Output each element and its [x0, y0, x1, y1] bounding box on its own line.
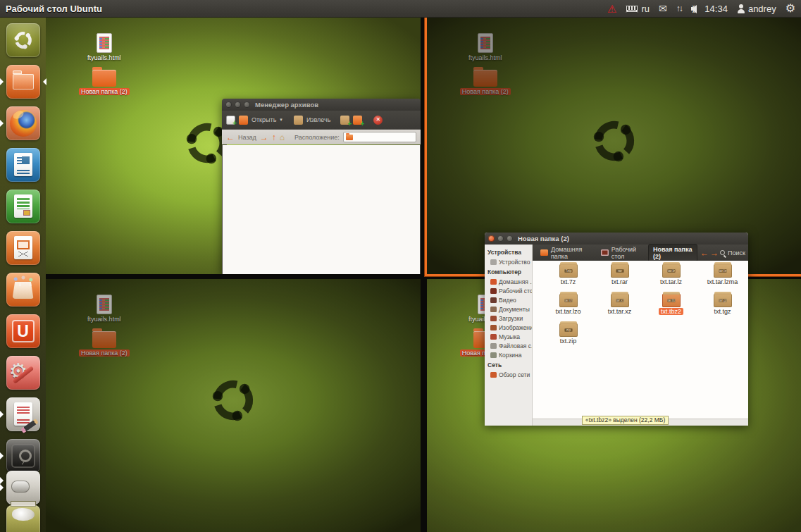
minimize-button[interactable]	[497, 235, 504, 242]
archive-file[interactable]: tar.lztxt.tar.lz	[645, 264, 697, 294]
sidebar-item[interactable]: Загрузки	[485, 314, 532, 323]
back-arrow-icon[interactable]: ←	[226, 133, 235, 142]
home-icon[interactable]: ⌂	[280, 133, 285, 142]
forward-arrow-icon[interactable]: →	[260, 133, 268, 142]
indicator-area: ⚠ ru ✉ ↑↓ )) 14:34 andrey ⚙	[607, 3, 795, 14]
archive-file[interactable]: tar.bz2txt.tbz2	[645, 294, 697, 323]
ubuntu-logo	[588, 114, 641, 168]
sidebar-item[interactable]: Рабочий стол	[485, 286, 532, 295]
folder-icon[interactable]	[473, 70, 497, 87]
back-button[interactable]: Назад	[238, 134, 256, 141]
html-file-icon[interactable]	[97, 33, 112, 53]
folder-icon[interactable]	[92, 70, 116, 87]
archive-file[interactable]: tar.xztxt.tar.xz	[594, 294, 645, 323]
sidebar-item[interactable]: Корзина	[485, 350, 532, 359]
breadcrumb-button[interactable]: Рабочий стол	[596, 244, 647, 262]
keyboard-indicator[interactable]: ru	[626, 4, 650, 14]
forward-arrow-icon[interactable]: →	[710, 249, 719, 257]
files-icon[interactable]	[6, 65, 40, 99]
sidebar-item[interactable]: Музыка	[485, 332, 532, 341]
archive-file[interactable]: rartxt.rar	[594, 264, 645, 294]
user-menu[interactable]: andrey	[737, 4, 776, 14]
libreoffice-calc-icon[interactable]	[6, 190, 40, 223]
trash-icon[interactable]	[6, 505, 40, 532]
sidebar-item[interactable]: Файловая с...	[485, 341, 532, 350]
open-button[interactable]: Открыть	[252, 116, 276, 123]
archive-toolbar: Открыть ▾ Извлечь	[222, 111, 421, 129]
archive-content[interactable]	[222, 145, 421, 274]
speaker-icon	[691, 4, 698, 13]
open-archive-icon[interactable]	[239, 116, 248, 125]
desktop-expo-view: Рабочий стол Ubuntu ⚠ ru ✉ ↑↓ )) 14:34 a…	[0, 0, 801, 532]
add-files-icon[interactable]	[340, 116, 349, 125]
sidebar-item[interactable]: Видео	[485, 295, 532, 304]
archive-file[interactable]: tar.gztxt.tgz	[697, 294, 748, 323]
archive-file[interactable]: tar.lzmatxt.tar.lzma	[697, 264, 748, 294]
workspace-top-left[interactable]: ftyuails.html Новая папка (2) Менеджер а…	[46, 18, 421, 274]
archive-box-icon: rar	[611, 264, 629, 278]
file-manager-window[interactable]: Новая папка (2) УстройстваУстройство ...…	[485, 233, 748, 426]
archive-manager-window[interactable]: Менеджер архивов Открыть ▾ Извлечь ← Наз…	[222, 99, 421, 274]
selection-status: «txt.tbz2» выделен (22,2 МБ)	[582, 416, 669, 425]
clock[interactable]: 14:34	[704, 4, 728, 14]
breadcrumb-current[interactable]: Новая папка (2)	[648, 244, 697, 262]
videos-icon	[490, 297, 497, 303]
close-button[interactable]	[225, 101, 232, 108]
add-folder-icon[interactable]	[353, 116, 362, 125]
sidebar-item[interactable]: Изображения	[485, 323, 532, 332]
libreoffice-impress-icon[interactable]	[6, 231, 40, 265]
pictures-icon	[490, 325, 497, 330]
archive-box-icon: tar.gz	[714, 294, 732, 307]
breadcrumb-button[interactable]: Домашняя папка	[535, 244, 595, 262]
archive-file[interactable]: ziptxt.zip	[542, 323, 594, 353]
archive-file[interactable]: 7ziptxt.7z	[542, 264, 594, 294]
gear-icon[interactable]: ⚙	[786, 3, 795, 14]
archive-box-icon: zip	[559, 323, 578, 337]
search-label[interactable]: Поиск	[728, 249, 745, 256]
extract-button[interactable]: Извлечь	[306, 116, 331, 123]
sidebar-section-header: Устройства	[485, 247, 532, 257]
location-input[interactable]	[343, 132, 416, 142]
maximize-button[interactable]	[507, 235, 513, 242]
music-icon	[490, 334, 497, 340]
desktop-icons: ftyuails.html Новая папка (2)	[80, 33, 129, 95]
desktop-screen-icon	[601, 249, 609, 256]
folder-icon[interactable]	[92, 331, 116, 348]
libreoffice-writer-icon[interactable]	[6, 148, 40, 182]
volume-indicator[interactable]: ))	[691, 4, 696, 13]
updown-arrows-icon[interactable]: ↑↓	[676, 4, 682, 13]
system-settings-icon[interactable]: ⚙	[6, 356, 40, 390]
file-grid: 7ziptxt.7zrartxt.rartar.lztxt.tar.lztar.…	[533, 261, 748, 419]
backup-safe-icon[interactable]	[6, 439, 40, 473]
sidebar-item[interactable]: Документы	[485, 304, 532, 314]
documents-icon	[490, 307, 497, 312]
sidebar-item[interactable]: Устройство ...	[485, 257, 532, 266]
new-archive-icon[interactable]	[226, 116, 235, 125]
paint-roller-icon[interactable]	[6, 471, 40, 505]
up-arrow-icon[interactable]: ↑	[272, 133, 276, 142]
breadcrumb-bar: Домашняя папкаРабочий столНовая папка (2…	[533, 245, 748, 261]
chevron-down-icon[interactable]: ▾	[280, 117, 282, 123]
ubuntu-dash-icon[interactable]	[6, 23, 40, 57]
desktop-icon	[490, 288, 497, 294]
sidebar-item[interactable]: Домашняя ...	[485, 277, 532, 286]
html-file-icon[interactable]	[97, 295, 112, 314]
ubuntu-one-icon[interactable]: U	[6, 314, 40, 348]
places-sidebar: УстройстваУстройство ...КомпьютерДомашня…	[485, 245, 533, 426]
close-button[interactable]	[488, 235, 495, 242]
html-file-icon[interactable]	[478, 33, 493, 53]
warning-triangle-icon[interactable]: ⚠	[607, 4, 616, 14]
envelope-icon[interactable]: ✉	[659, 3, 667, 14]
maximize-button[interactable]	[244, 101, 250, 108]
back-arrow-icon[interactable]: ←	[700, 249, 709, 257]
extract-icon[interactable]	[294, 116, 303, 125]
archive-file[interactable]: tar.lzotxt.tar.lzo	[542, 294, 594, 323]
firefox-icon[interactable]	[6, 106, 40, 140]
software-center-icon[interactable]	[6, 273, 40, 307]
workspace-bottom-left[interactable]: ftyuails.html Новая папка (2)	[46, 279, 421, 532]
minimize-button[interactable]	[235, 101, 241, 108]
text-editor-icon[interactable]	[6, 397, 40, 431]
search-icon[interactable]	[720, 250, 725, 255]
sidebar-item[interactable]: Обзор сети	[485, 370, 532, 379]
stop-icon[interactable]	[373, 116, 383, 125]
